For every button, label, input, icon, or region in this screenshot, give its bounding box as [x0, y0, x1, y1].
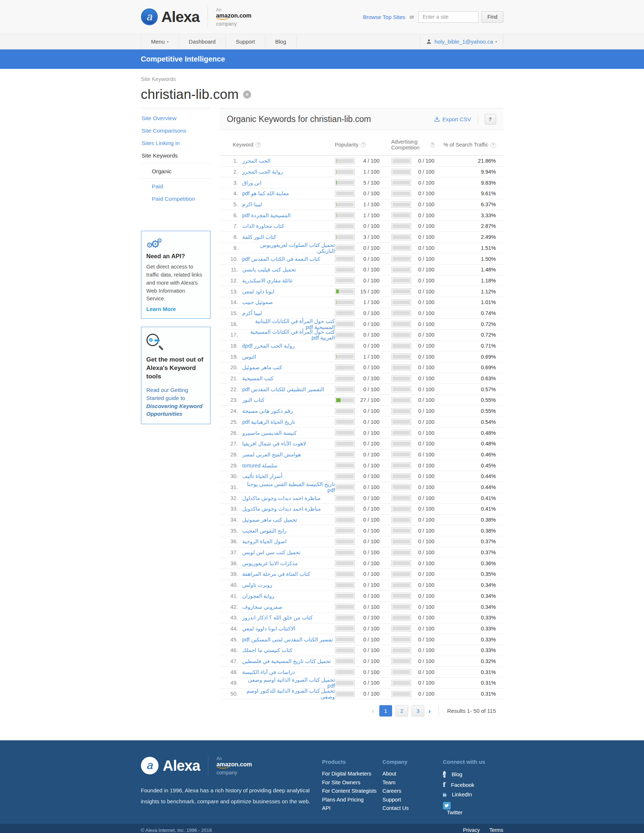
find-button[interactable]: Find	[482, 11, 503, 23]
help-button[interactable]: ?	[485, 114, 496, 125]
keyword-link[interactable]: لبيبا أكرم	[243, 310, 262, 316]
export-csv-button[interactable]: Export CSV	[434, 116, 471, 122]
keyword-link[interactable]: صفروني سخاروف	[243, 604, 283, 610]
keyword-link[interactable]: عائلة مقاري الاسكندرية	[243, 278, 293, 283]
help-circle-icon[interactable]: ?	[491, 143, 496, 148]
keyword-link[interactable]: كتاب من خلق الله ؟ اذكار اندروز	[243, 615, 313, 621]
footer-link[interactable]: Plans And Pricing	[322, 797, 382, 802]
footer-link[interactable]: About	[382, 771, 443, 777]
keyword-link[interactable]: تحميل كتب ماهر صموئيل	[243, 517, 297, 523]
traffic-value: 21.86%	[435, 158, 496, 164]
keyword-link[interactable]: دراسات في آباء الكنيسة	[243, 669, 295, 675]
keyword-link[interactable]: تحميل كتاب الصورة الذاتية اوسم وصفى pdf	[243, 677, 335, 689]
sidebar-item-sites-linking-in[interactable]: Sites Linking in	[141, 137, 210, 150]
help-circle-icon[interactable]: ?	[430, 142, 435, 148]
keyword-link[interactable]: ابن وراق	[243, 180, 262, 186]
keyword-link[interactable]: النوس	[243, 354, 256, 360]
footer-link[interactable]: Team	[382, 780, 443, 785]
page-button-1[interactable]: 1	[379, 705, 392, 717]
next-page-icon[interactable]: ›	[428, 707, 430, 715]
sidebar-item-organic[interactable]: Organic	[141, 165, 210, 179]
nav-blog[interactable]: Blog	[265, 34, 297, 49]
keyword-link[interactable]: رقم دكتور هانى مسيحة	[243, 408, 293, 414]
sidebar-item-site-overview[interactable]: Site Overview	[141, 112, 210, 125]
keyword-link[interactable]: أسرار الحياة تأليف	[243, 473, 283, 479]
sidebar-item-site-keywords[interactable]: Site Keywords	[141, 150, 210, 162]
keyword-link[interactable]: كتب ماهر صموئيل	[243, 365, 282, 370]
browse-top-sites-link[interactable]: Browse Top Sites	[363, 14, 405, 20]
footer-link[interactable]: API	[322, 805, 382, 811]
keyword-link[interactable]: تحميل كتاب تاريخ المسيحية في فلسطين	[243, 658, 331, 664]
keyword-link[interactable]: تاريخ الكنيسة القبطية القس منسى يوحنا pd…	[243, 481, 335, 493]
sidebar-item-paid[interactable]: Paid	[141, 180, 210, 193]
keyword-link[interactable]: سلسلة tortured	[243, 463, 278, 468]
keyword-link[interactable]: تحميل كتب فيليب يانسي	[243, 267, 296, 273]
keyword-link[interactable]: كتاب النعمة في الكتاب المقدس pdf	[243, 256, 320, 262]
nav-menu[interactable]: Menu▾	[141, 34, 179, 49]
keyword-link[interactable]: تحميل كتاب الصلوات لغريغوريوس النازيكي	[243, 242, 335, 254]
terms-link[interactable]: Terms	[489, 827, 503, 833]
keyword-link[interactable]: المسيحية المجردة pdf	[243, 212, 291, 218]
keyword-link[interactable]: رواية العجوزان	[243, 593, 275, 599]
keyword-link[interactable]: كتب حول المرأة في الكتابات المسيحية العر…	[243, 329, 335, 341]
learn-more-link[interactable]: Learn More	[146, 306, 176, 312]
linkedin-social-link[interactable]: in LinkedIn	[443, 791, 503, 799]
keyword-link[interactable]: مذكرات الانبا غريغوريوس	[243, 560, 298, 566]
keyword-link[interactable]: كتاب محاورة الذات	[243, 223, 284, 229]
sidebar-item-site-comparisons[interactable]: Site Comparisons	[141, 125, 210, 137]
user-menu[interactable]: holy_bible_1@yahoo.ca ▾	[420, 34, 503, 49]
keyword-link[interactable]: الاكتئاب ابونا داوود لمعي	[243, 626, 296, 632]
keyword-link[interactable]: مناظرة احمد ديدات وجوش ماكداول	[243, 495, 321, 501]
page-button-2[interactable]: 2	[395, 705, 408, 717]
privacy-link[interactable]: Privacy	[463, 827, 480, 833]
footer-link[interactable]: For Content Strategists	[322, 788, 382, 794]
keyword-link[interactable]: اصول الحياة الروحية	[243, 539, 287, 544]
facebook-social-link[interactable]: f Facebook	[443, 781, 503, 789]
sidebar-item-paid-competition[interactable]: Paid Competition	[141, 193, 210, 205]
keyword-link[interactable]: كتاب كنيستي ما اجملك	[243, 647, 292, 653]
getting-started-link[interactable]: Read our Getting Started guide to Discov…	[146, 386, 205, 418]
site-search-input[interactable]	[419, 11, 479, 23]
keyword-link[interactable]: ابونا داود لمعى	[243, 289, 275, 294]
help-circle-icon[interactable]: ?	[361, 142, 366, 148]
keyword-link[interactable]: تفسير الكتاب المقدس لمتى المسكين pdf	[243, 637, 333, 643]
twitter-social-link[interactable]: Twitter	[443, 802, 503, 815]
popularity-value: 0 / 100	[355, 615, 380, 621]
keyword-link[interactable]: لبيبا اكرم	[243, 201, 262, 207]
keyword-link[interactable]: تحميل كتاب الصورة الذاتية للدكتور اوسم و…	[243, 688, 335, 700]
keyword-link[interactable]: التفسير التطبيقي للكتاب المقدس pdf	[243, 386, 324, 392]
keyword-link[interactable]: الحب المحرر	[243, 158, 271, 164]
footer-link[interactable]: For Digital Marketers	[322, 771, 382, 777]
keyword-link[interactable]: كتاب النور كلمة	[243, 234, 276, 240]
footer-link[interactable]: Careers	[382, 788, 443, 794]
keyword-link[interactable]: صموئيل حبيب	[243, 299, 273, 305]
keyword-link[interactable]: تحميل كتب سي اس لويس	[243, 550, 300, 555]
footer-link[interactable]: Support	[382, 797, 443, 802]
keyword-link[interactable]: مناظرة احمد ديدات وجوش ماكدويل	[243, 506, 321, 512]
keyword-link[interactable]: كتب حول المرأة في الكتابات اللبنانية الم…	[243, 318, 335, 330]
keyword-link[interactable]: هوامش الفتح العربي لمصر	[243, 452, 301, 458]
alexa-logo[interactable]: a Alexa An amazon.com company	[141, 6, 252, 27]
popularity-bar	[335, 288, 355, 294]
page-button-3[interactable]: 3	[411, 705, 424, 717]
keyword-link[interactable]: تاريخ الحياة الرهبانية pdf	[243, 419, 295, 425]
keyword-link[interactable]: كتاب النور	[243, 397, 265, 403]
keyword-link[interactable]: رابح النفوس العجيب	[243, 528, 287, 534]
remove-site-icon[interactable]: ×	[243, 90, 251, 98]
keyword-link[interactable]: روبرت تاولس	[243, 582, 272, 588]
user-email[interactable]: holy_bible_1@yahoo.ca	[435, 39, 493, 45]
help-circle-icon[interactable]: ?	[255, 142, 261, 148]
nav-support[interactable]: Support	[226, 34, 265, 49]
keyword-link[interactable]: كتب المسيحية	[243, 375, 273, 381]
keyword-link[interactable]: رواية الحب المحرر dpdf	[243, 343, 295, 349]
footer-link[interactable]: For Site Owners	[322, 780, 382, 785]
keyword-link[interactable]: معاينة الله كما هو pdf	[243, 190, 289, 196]
prev-page-icon[interactable]: ‹	[372, 707, 374, 715]
blog-social-link[interactable]: a Blog	[443, 771, 503, 778]
keyword-link[interactable]: رواية الحب المحرر	[243, 169, 283, 175]
keyword-link[interactable]: لاهوت الآباء في شمال افريقيا	[243, 441, 306, 447]
keyword-link[interactable]: كتاب الفتاة فى مرحلة المراهقة	[243, 571, 310, 577]
keyword-link[interactable]: كنيسة القديسين ماسبيرو	[243, 430, 297, 436]
footer-link[interactable]: Contact Us	[382, 805, 443, 811]
nav-dashboard[interactable]: Dashboard	[179, 34, 226, 49]
